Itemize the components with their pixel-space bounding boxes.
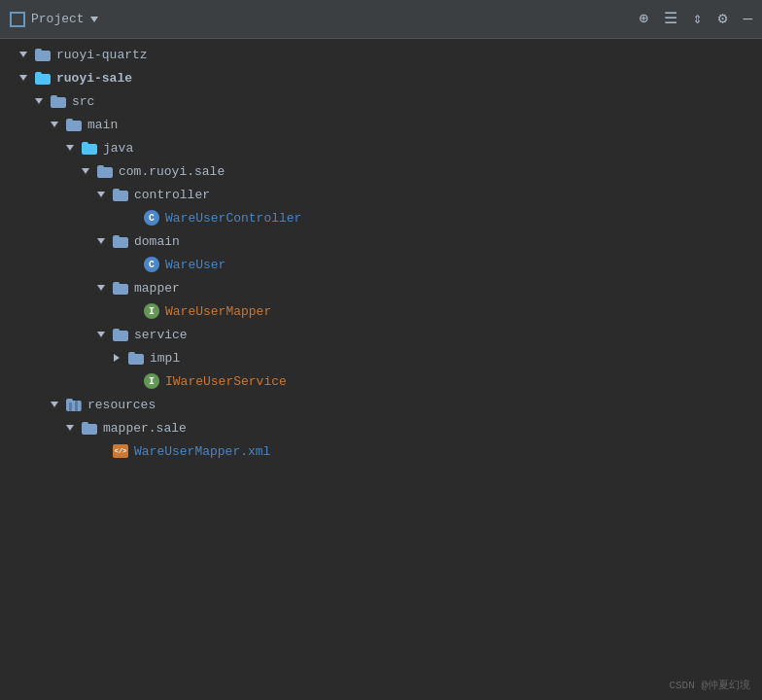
watermark: CSDN @仲夏幻境 [669, 678, 750, 692]
folder-icon [113, 329, 128, 341]
arrow-icon[interactable] [109, 350, 124, 366]
node-label: ruoyi-sale [56, 71, 132, 86]
tree-row[interactable]: src [0, 89, 762, 113]
tree-row[interactable]: ruoyi-quartz [0, 43, 762, 66]
arrow-icon[interactable] [47, 397, 62, 412]
tree-row[interactable]: C WareUserController [0, 206, 762, 229]
arrow-icon[interactable] [93, 280, 109, 296]
xml-badge: </> [113, 444, 128, 458]
panel-header-left: Project [10, 12, 98, 27]
arrow-icon[interactable] [93, 187, 109, 202]
folder-icon [82, 422, 97, 435]
collapse-icon[interactable]: ⇕ [693, 12, 703, 27]
folder-icon [113, 189, 128, 201]
arrow-icon[interactable] [31, 93, 47, 109]
tree-row[interactable]: com.ruoyi.sale [0, 159, 762, 183]
tree-container: ruoyi-quartz ruoyi-sale src main java co… [0, 39, 762, 700]
folder-icon [35, 49, 51, 61]
node-label: WareUser [165, 258, 225, 272]
node-label: impl [150, 351, 180, 366]
node-label: WareUserController [165, 211, 301, 226]
arrow-icon[interactable] [93, 233, 109, 249]
folder-icon [66, 399, 82, 411]
folder-icon [35, 72, 51, 85]
tree-row[interactable]: impl [0, 346, 762, 369]
arrow-icon[interactable] [16, 70, 31, 86]
project-panel-icon [10, 12, 25, 27]
arrow-icon[interactable] [62, 140, 78, 156]
arrow-icon[interactable] [47, 117, 62, 132]
panel-title: Project [31, 12, 85, 26]
node-label: WareUserMapper.xml [134, 444, 270, 459]
tree-row[interactable]: C WareUser [0, 253, 762, 276]
node-label: mapper.sale [103, 421, 187, 436]
settings-icon[interactable]: ⚙ [718, 12, 728, 27]
folder-icon [51, 95, 66, 108]
node-label: src [72, 94, 94, 109]
node-label: WareUserMapper [165, 304, 271, 319]
tree-row[interactable]: </> WareUserMapper.xml [0, 439, 762, 463]
tree-row[interactable]: controller [0, 183, 762, 206]
folder-icon [97, 165, 113, 178]
folder-icon [113, 282, 128, 295]
node-label: service [134, 328, 188, 342]
close-icon[interactable]: — [743, 12, 752, 27]
tree-row[interactable]: resources [0, 393, 762, 416]
tree-row[interactable]: main [0, 113, 762, 136]
tree-row[interactable]: I IWareUserService [0, 369, 762, 393]
folder-icon [113, 235, 128, 248]
node-label: com.ruoyi.sale [119, 164, 225, 179]
tree-row[interactable]: I WareUserMapper [0, 299, 762, 323]
tree-row[interactable]: mapper [0, 276, 762, 299]
arrow-icon[interactable] [16, 47, 31, 62]
list-icon[interactable]: ☰ [664, 12, 677, 27]
arrow-icon[interactable] [78, 163, 93, 179]
arrow-icon[interactable] [62, 420, 78, 436]
node-label: IWareUserService [165, 374, 287, 389]
node-label: resources [87, 398, 156, 412]
tree-row[interactable]: service [0, 323, 762, 346]
folder-icon [82, 142, 97, 155]
folder-icon [128, 352, 144, 365]
tree-row[interactable]: ruoyi-sale [0, 66, 762, 89]
class-badge: C [144, 210, 159, 226]
class-badge: C [144, 257, 159, 272]
interface-badge: I [144, 373, 159, 389]
node-label: java [103, 141, 133, 156]
node-label: controller [134, 188, 210, 202]
interface-badge: I [144, 303, 159, 319]
folder-icon [66, 119, 82, 131]
panel-dropdown-icon[interactable] [90, 17, 98, 22]
arrow-icon[interactable] [93, 327, 109, 342]
tree-row[interactable]: domain [0, 229, 762, 253]
node-label: ruoyi-quartz [56, 48, 148, 62]
tree-row[interactable]: java [0, 136, 762, 159]
node-label: domain [134, 234, 180, 249]
plus-icon[interactable]: ⊕ [639, 12, 648, 27]
node-label: main [87, 118, 118, 132]
tree-row[interactable]: mapper.sale [0, 416, 762, 439]
panel-header: Project ⊕ ☰ ⇕ ⚙ — [0, 0, 762, 39]
panel-header-right: ⊕ ☰ ⇕ ⚙ — [639, 12, 752, 27]
node-label: mapper [134, 281, 180, 296]
